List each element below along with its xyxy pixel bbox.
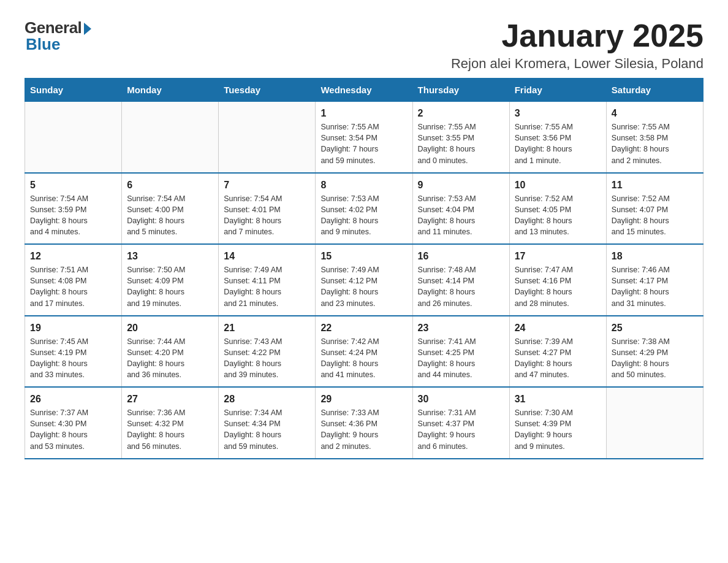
- day-number: 8: [320, 180, 407, 191]
- day-number: 9: [418, 180, 504, 191]
- calendar-cell: 6Sunrise: 7:54 AM Sunset: 4:00 PM Daylig…: [122, 173, 219, 245]
- day-info: Sunrise: 7:39 AM Sunset: 4:27 PM Dayligh…: [515, 336, 601, 381]
- calendar-week-row: 19Sunrise: 7:45 AM Sunset: 4:19 PM Dayli…: [25, 316, 703, 388]
- day-number: 7: [224, 180, 310, 191]
- day-info: Sunrise: 7:54 AM Sunset: 4:00 PM Dayligh…: [127, 193, 213, 238]
- calendar-cell: [122, 102, 219, 173]
- day-number: 2: [418, 108, 504, 119]
- calendar-cell: 27Sunrise: 7:36 AM Sunset: 4:32 PM Dayli…: [122, 387, 219, 459]
- location-subtitle: Rejon alei Kromera, Lower Silesia, Polan…: [451, 56, 703, 72]
- logo-arrow-icon: [84, 23, 91, 35]
- calendar-cell: 18Sunrise: 7:46 AM Sunset: 4:17 PM Dayli…: [606, 244, 703, 316]
- day-number: 11: [612, 180, 698, 191]
- calendar-cell: 14Sunrise: 7:49 AM Sunset: 4:11 PM Dayli…: [219, 244, 316, 316]
- calendar-week-row: 5Sunrise: 7:54 AM Sunset: 3:59 PM Daylig…: [25, 173, 703, 245]
- day-info: Sunrise: 7:34 AM Sunset: 4:34 PM Dayligh…: [224, 407, 310, 452]
- day-number: 28: [224, 394, 310, 405]
- day-info: Sunrise: 7:38 AM Sunset: 4:29 PM Dayligh…: [612, 336, 698, 381]
- day-number: 3: [515, 108, 601, 119]
- day-number: 18: [612, 251, 698, 262]
- day-info: Sunrise: 7:46 AM Sunset: 4:17 PM Dayligh…: [612, 264, 698, 309]
- day-info: Sunrise: 7:52 AM Sunset: 4:05 PM Dayligh…: [515, 193, 601, 238]
- calendar-cell: 9Sunrise: 7:53 AM Sunset: 4:04 PM Daylig…: [412, 173, 509, 245]
- weekday-header-saturday: Saturday: [606, 79, 703, 102]
- calendar-cell: 2Sunrise: 7:55 AM Sunset: 3:55 PM Daylig…: [412, 102, 509, 173]
- day-info: Sunrise: 7:43 AM Sunset: 4:22 PM Dayligh…: [224, 336, 310, 381]
- day-info: Sunrise: 7:36 AM Sunset: 4:32 PM Dayligh…: [127, 407, 213, 452]
- calendar-cell: 4Sunrise: 7:55 AM Sunset: 3:58 PM Daylig…: [606, 102, 703, 173]
- day-number: 31: [515, 394, 601, 405]
- day-info: Sunrise: 7:42 AM Sunset: 4:24 PM Dayligh…: [320, 336, 407, 381]
- calendar-cell: 11Sunrise: 7:52 AM Sunset: 4:07 PM Dayli…: [606, 173, 703, 245]
- calendar-cell: 20Sunrise: 7:44 AM Sunset: 4:20 PM Dayli…: [122, 316, 219, 388]
- weekday-header-thursday: Thursday: [412, 79, 509, 102]
- day-number: 25: [612, 323, 698, 334]
- day-info: Sunrise: 7:55 AM Sunset: 3:56 PM Dayligh…: [515, 121, 601, 166]
- calendar-cell: 28Sunrise: 7:34 AM Sunset: 4:34 PM Dayli…: [219, 387, 316, 459]
- day-info: Sunrise: 7:49 AM Sunset: 4:11 PM Dayligh…: [224, 264, 310, 309]
- day-number: 1: [320, 108, 407, 119]
- day-info: Sunrise: 7:33 AM Sunset: 4:36 PM Dayligh…: [320, 407, 407, 452]
- calendar-cell: 21Sunrise: 7:43 AM Sunset: 4:22 PM Dayli…: [219, 316, 316, 388]
- day-info: Sunrise: 7:53 AM Sunset: 4:02 PM Dayligh…: [320, 193, 407, 238]
- weekday-header-monday: Monday: [122, 79, 219, 102]
- weekday-header-tuesday: Tuesday: [219, 79, 316, 102]
- day-number: 5: [30, 180, 116, 191]
- day-number: 27: [127, 394, 213, 405]
- day-info: Sunrise: 7:49 AM Sunset: 4:12 PM Dayligh…: [320, 264, 407, 309]
- day-info: Sunrise: 7:54 AM Sunset: 3:59 PM Dayligh…: [30, 193, 116, 238]
- day-info: Sunrise: 7:30 AM Sunset: 4:39 PM Dayligh…: [515, 407, 601, 452]
- calendar-cell: 22Sunrise: 7:42 AM Sunset: 4:24 PM Dayli…: [316, 316, 412, 388]
- calendar-cell: [219, 102, 316, 173]
- calendar-cell: [25, 102, 122, 173]
- day-number: 15: [320, 251, 407, 262]
- calendar-cell: 24Sunrise: 7:39 AM Sunset: 4:27 PM Dayli…: [509, 316, 606, 388]
- day-number: 22: [320, 323, 407, 334]
- day-info: Sunrise: 7:44 AM Sunset: 4:20 PM Dayligh…: [127, 336, 213, 381]
- calendar-cell: 30Sunrise: 7:31 AM Sunset: 4:37 PM Dayli…: [412, 387, 509, 459]
- day-number: 16: [418, 251, 504, 262]
- day-number: 6: [127, 180, 213, 191]
- day-info: Sunrise: 7:52 AM Sunset: 4:07 PM Dayligh…: [612, 193, 698, 238]
- day-info: Sunrise: 7:55 AM Sunset: 3:55 PM Dayligh…: [418, 121, 504, 166]
- logo-blue-text: Blue: [26, 35, 60, 54]
- day-number: 13: [127, 251, 213, 262]
- day-info: Sunrise: 7:51 AM Sunset: 4:08 PM Dayligh…: [30, 264, 116, 309]
- month-title: January 2025: [451, 18, 703, 53]
- calendar-cell: [606, 387, 703, 459]
- calendar-cell: 15Sunrise: 7:49 AM Sunset: 4:12 PM Dayli…: [316, 244, 412, 316]
- calendar-table: SundayMondayTuesdayWednesdayThursdayFrid…: [25, 78, 703, 459]
- calendar-cell: 23Sunrise: 7:41 AM Sunset: 4:25 PM Dayli…: [412, 316, 509, 388]
- day-number: 29: [320, 394, 407, 405]
- day-number: 12: [30, 251, 116, 262]
- weekday-header-row: SundayMondayTuesdayWednesdayThursdayFrid…: [25, 79, 703, 102]
- day-info: Sunrise: 7:55 AM Sunset: 3:54 PM Dayligh…: [320, 121, 407, 166]
- calendar-cell: 10Sunrise: 7:52 AM Sunset: 4:05 PM Dayli…: [509, 173, 606, 245]
- calendar-week-row: 26Sunrise: 7:37 AM Sunset: 4:30 PM Dayli…: [25, 387, 703, 459]
- day-number: 10: [515, 180, 601, 191]
- calendar-cell: 31Sunrise: 7:30 AM Sunset: 4:39 PM Dayli…: [509, 387, 606, 459]
- day-number: 19: [30, 323, 116, 334]
- day-info: Sunrise: 7:37 AM Sunset: 4:30 PM Dayligh…: [30, 407, 116, 452]
- calendar-week-row: 12Sunrise: 7:51 AM Sunset: 4:08 PM Dayli…: [25, 244, 703, 316]
- day-number: 24: [515, 323, 601, 334]
- day-number: 4: [612, 108, 698, 119]
- title-area: January 2025 Rejon alei Kromera, Lower S…: [451, 18, 703, 72]
- day-number: 20: [127, 323, 213, 334]
- header-area: General Blue January 2025 Rejon alei Kro…: [25, 18, 703, 72]
- calendar-cell: 7Sunrise: 7:54 AM Sunset: 4:01 PM Daylig…: [219, 173, 316, 245]
- day-info: Sunrise: 7:31 AM Sunset: 4:37 PM Dayligh…: [418, 407, 504, 452]
- day-info: Sunrise: 7:47 AM Sunset: 4:16 PM Dayligh…: [515, 264, 601, 309]
- day-info: Sunrise: 7:50 AM Sunset: 4:09 PM Dayligh…: [127, 264, 213, 309]
- calendar-cell: 3Sunrise: 7:55 AM Sunset: 3:56 PM Daylig…: [509, 102, 606, 173]
- calendar-cell: 16Sunrise: 7:48 AM Sunset: 4:14 PM Dayli…: [412, 244, 509, 316]
- day-number: 30: [418, 394, 504, 405]
- weekday-header-friday: Friday: [509, 79, 606, 102]
- day-number: 14: [224, 251, 310, 262]
- weekday-header-wednesday: Wednesday: [316, 79, 412, 102]
- calendar-cell: 17Sunrise: 7:47 AM Sunset: 4:16 PM Dayli…: [509, 244, 606, 316]
- day-info: Sunrise: 7:45 AM Sunset: 4:19 PM Dayligh…: [30, 336, 116, 381]
- calendar-cell: 12Sunrise: 7:51 AM Sunset: 4:08 PM Dayli…: [25, 244, 122, 316]
- calendar-cell: 25Sunrise: 7:38 AM Sunset: 4:29 PM Dayli…: [606, 316, 703, 388]
- calendar-cell: 5Sunrise: 7:54 AM Sunset: 3:59 PM Daylig…: [25, 173, 122, 245]
